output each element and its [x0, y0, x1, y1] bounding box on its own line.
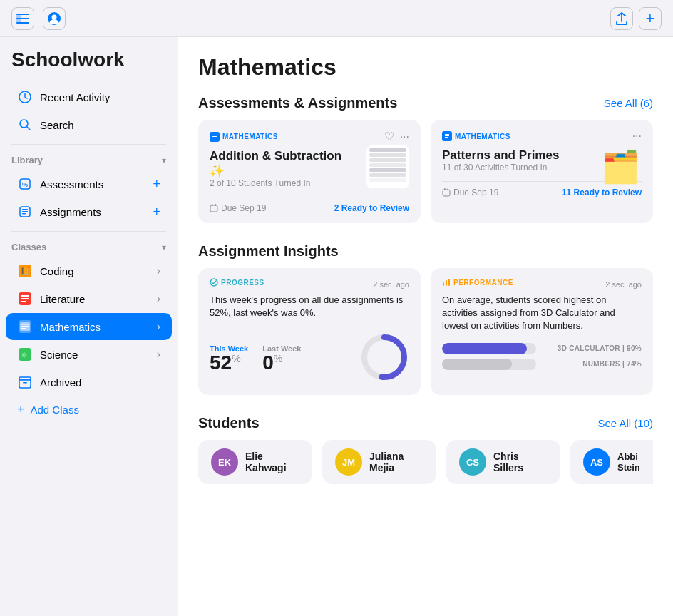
add-class-button[interactable]: + Add Class [6, 396, 172, 423]
svg-rect-11 [22, 209, 28, 210]
card1-due: Due Sep 19 [210, 203, 266, 213]
student-card-jm[interactable]: JM Juliana Mejia [322, 440, 436, 484]
card2-review[interactable]: 11 Ready to Review [562, 188, 642, 197]
section3-title: Students [198, 415, 260, 431]
assignment-card-2[interactable]: MATHEMATICS ··· Patterns and Primes 11 o… [431, 120, 653, 223]
card2-thumbnail: 🗂️ [599, 145, 642, 188]
literature-chevron-icon: › [157, 292, 160, 305]
sidebar-item-science[interactable]: ⚛ Science › [6, 341, 172, 368]
card2-due: Due Sep 19 [442, 188, 498, 197]
svg-rect-28 [19, 377, 31, 380]
student-card-as[interactable]: AS Abbi Stein [570, 440, 653, 484]
svg-rect-17 [21, 295, 29, 297]
add-button[interactable]: + [639, 7, 662, 30]
coding-label: Coding [40, 265, 150, 277]
card1-tag: MATHEMATICS [210, 132, 278, 142]
card1-review[interactable]: 2 Ready to Review [334, 203, 409, 213]
student-avatar-cs: CS [459, 448, 486, 476]
card1-footer: Due Sep 19 2 Ready to Review [210, 197, 409, 213]
svg-rect-18 [21, 298, 29, 299]
svg-rect-31 [212, 135, 217, 135]
card1-more-icon[interactable]: ··· [400, 130, 409, 143]
assignments-add-icon[interactable]: + [153, 205, 160, 220]
svg-rect-13 [22, 213, 26, 215]
student-avatar-jm: JM [335, 448, 362, 476]
student-name-jm: Juliana Mejia [369, 451, 423, 473]
assessments-label: Assessments [40, 178, 145, 190]
card1-tag-icon [210, 132, 220, 142]
svg-rect-35 [212, 204, 213, 206]
classes-label: Classes [11, 242, 46, 252]
svg-rect-49 [448, 279, 450, 286]
section3-header: Students See All (10) [198, 415, 653, 431]
card1-heart-icon[interactable]: ♡ [384, 130, 394, 143]
content-area: Mathematics Assessments & Assignments Se… [178, 37, 673, 616]
sidebar-item-coding[interactable]: 📙 Coding › [6, 257, 172, 284]
student-card-ek[interactable]: EK Elie Kahwagi [198, 440, 312, 484]
assessments-add-icon[interactable]: + [153, 177, 160, 192]
archived-label: Archived [40, 376, 160, 389]
svg-rect-34 [210, 205, 217, 212]
progress-text: This week's progress on all due assignme… [210, 294, 409, 322]
perf-bar-row-1: 3D CALCULATOR | 90% [442, 343, 642, 354]
card1-thumbnail [366, 145, 409, 188]
perf-bar-bg-2 [442, 359, 536, 370]
science-chevron-icon: › [157, 348, 160, 361]
svg-rect-19 [21, 301, 26, 302]
coding-icon: 📙 [17, 263, 33, 279]
this-week-value: 52% [210, 353, 248, 373]
coding-chevron-icon: › [157, 265, 160, 277]
assignment-cards-grid: MATHEMATICS ♡ ··· Addition & Subtraction… [198, 120, 653, 223]
svg-rect-27 [19, 379, 31, 388]
card2-tag-icon [442, 131, 452, 141]
section3-see-all[interactable]: See All (10) [597, 417, 653, 429]
svg-rect-24 [21, 328, 26, 329]
science-label: Science [40, 349, 150, 361]
sidebar-item-archived[interactable]: Archived [6, 369, 172, 396]
students-row: EK Elie Kahwagi JM Juliana Mejia CS Chri… [198, 440, 653, 484]
svg-rect-38 [445, 134, 449, 135]
card2-more-icon[interactable]: ··· [632, 130, 642, 143]
svg-text:%: % [22, 181, 28, 188]
section1-see-all[interactable]: See All (6) [604, 97, 653, 109]
student-name-cs: Chris Sillers [493, 451, 548, 473]
insight-card-progress: PROGRESS 2 sec. ago This week's progress… [198, 268, 421, 395]
card2-tag: MATHEMATICS [442, 131, 510, 141]
literature-label: Literature [40, 293, 150, 305]
archived-icon [17, 374, 33, 390]
sidebar-item-recent-activity[interactable]: Recent Activity [6, 83, 172, 111]
last-week-stat: Last Week 0% [262, 344, 301, 373]
sidebar-item-assessments[interactable]: % Assessments + [6, 170, 172, 197]
library-section-header[interactable]: Library ▾ [0, 150, 178, 170]
mathematics-chevron-icon: › [157, 320, 160, 333]
student-card-cs[interactable]: CS Chris Sillers [446, 440, 560, 484]
perf-bar-label-2: NUMBERS | 74% [542, 360, 642, 368]
perf-bar-fill-1 [442, 343, 527, 354]
classes-section-header[interactable]: Classes ▾ [0, 237, 178, 257]
export-button[interactable] [610, 7, 633, 30]
svg-rect-43 [448, 188, 449, 190]
app-title: Schoolwork [0, 48, 178, 83]
last-week-value: 0% [262, 353, 301, 373]
sidebar-item-literature[interactable]: Literature › [6, 285, 172, 312]
divider-1 [11, 144, 166, 145]
svg-point-5 [52, 14, 57, 19]
insights-grid: PROGRESS 2 sec. ago This week's progress… [198, 268, 653, 395]
sidebar-toggle-button[interactable] [11, 7, 34, 30]
svg-rect-40 [445, 137, 448, 138]
section2-header: Assignment Insights [198, 243, 653, 260]
svg-rect-22 [21, 324, 29, 325]
profile-button[interactable] [43, 7, 66, 30]
insight-card-performance: PERFORMANCE 2 sec. ago On average, stude… [431, 268, 653, 395]
sidebar-item-search[interactable]: Search [6, 111, 172, 138]
svg-rect-2 [16, 18, 29, 19]
sidebar-item-mathematics[interactable]: Mathematics › [6, 313, 172, 340]
assignment-card-1[interactable]: MATHEMATICS ♡ ··· Addition & Subtraction… [198, 120, 421, 223]
sidebar-item-assignments[interactable]: Assignments + [6, 198, 172, 225]
student-name-ek: Elie Kahwagi [245, 451, 299, 473]
literature-icon [17, 291, 33, 307]
page-title: Mathematics [198, 54, 653, 81]
divider-2 [11, 231, 166, 232]
add-class-label: Add Class [31, 404, 79, 416]
svg-text:⚛: ⚛ [21, 351, 28, 359]
